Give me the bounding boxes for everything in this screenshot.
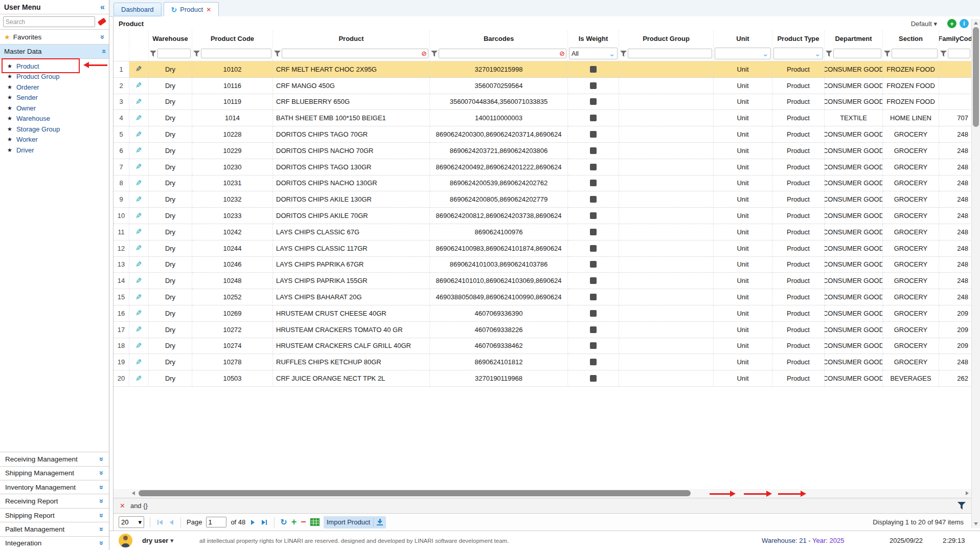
edit-pencil-icon[interactable]: ✎ <box>135 81 142 90</box>
edit-pencil-icon[interactable]: ✎ <box>135 341 142 350</box>
vertical-scrollbar-thumb[interactable] <box>973 27 979 127</box>
table-row[interactable]: 17✎Dry10272HRUSTEAM CRACKERS TOMATO 40 G… <box>113 322 972 338</box>
sidebar-section-pallet-management[interactable]: Pallet Management» <box>0 522 109 536</box>
scroll-right-icon[interactable] <box>966 491 969 495</box>
is-weight-checkbox[interactable] <box>590 229 597 235</box>
table-row[interactable]: 5✎Dry10228DORITOS CHIPS TAGO 70GR8690624… <box>113 126 972 143</box>
filter-funnel-icon[interactable] <box>150 51 156 57</box>
tab-product[interactable]: ↻ Product ✕ <box>164 2 219 17</box>
scroll-down-icon[interactable] <box>974 522 978 525</box>
is-weight-checkbox[interactable] <box>590 326 597 333</box>
sidebar-item-storage-group[interactable]: ★Storage Group <box>0 124 109 135</box>
table-row[interactable]: 19✎Dry10278RUFFLES CHIPS KETCHUP 80GR869… <box>113 354 972 370</box>
column-header-product[interactable]: Product <box>273 31 430 46</box>
table-row[interactable]: 11✎Dry10242LAYS CHIPS CLASSIC 67G8690624… <box>113 224 972 240</box>
is-weight-checkbox[interactable] <box>590 310 597 317</box>
sidebar-item-worker[interactable]: ★Worker <box>0 135 109 145</box>
column-header-barcodes[interactable]: Barcodes <box>430 31 568 46</box>
clear-condition-icon[interactable]: ✕ <box>120 502 125 510</box>
sidebar-section-shipping-management[interactable]: Shipping Management» <box>0 466 109 480</box>
is-weight-checkbox[interactable] <box>590 342 597 349</box>
table-row[interactable]: 16✎Dry10269HRUSTEAM CRUST CHEESE 40GR460… <box>113 305 972 322</box>
edit-pencil-icon[interactable]: ✎ <box>135 358 142 367</box>
edit-pencil-icon[interactable]: ✎ <box>135 309 142 318</box>
filter-panel-icon[interactable] <box>958 502 966 510</box>
filter-input[interactable] <box>282 49 428 58</box>
collapse-sidebar-icon[interactable]: « <box>100 3 105 12</box>
table-row[interactable]: 18✎Dry10274HRUSTEAM CRACKERS CALF GRILL … <box>113 338 972 355</box>
scroll-left-icon[interactable] <box>132 491 135 495</box>
table-row[interactable]: 14✎Dry10248LAYS CHIPS PAPRIKA 155GR86906… <box>113 273 972 289</box>
is-weight-checkbox[interactable] <box>590 294 597 300</box>
is-weight-checkbox[interactable] <box>590 147 597 154</box>
is-weight-checkbox[interactable] <box>590 196 597 203</box>
is-weight-checkbox[interactable] <box>590 359 597 365</box>
search-input[interactable] <box>3 16 95 27</box>
filter-funnel-icon[interactable] <box>620 51 627 57</box>
add-record-icon[interactable]: + <box>291 517 297 527</box>
import-product-button[interactable]: Import Product <box>324 516 386 529</box>
download-icon[interactable] <box>377 519 383 525</box>
is-weight-checkbox[interactable] <box>590 180 597 186</box>
table-row[interactable]: 10✎Dry10233DORITOS CHIPS AKILE 70GR86906… <box>113 208 972 224</box>
chevron-up-icon[interactable]: » <box>99 49 106 53</box>
filter-funnel-icon[interactable] <box>884 51 891 57</box>
is-weight-checkbox[interactable] <box>590 131 597 138</box>
edit-pencil-icon[interactable]: ✎ <box>135 227 142 236</box>
is-weight-checkbox[interactable] <box>590 115 597 121</box>
filter-funnel-icon[interactable] <box>274 51 281 57</box>
column-header-product-type[interactable]: Product Type <box>772 31 825 46</box>
horizontal-scrollbar[interactable] <box>113 489 972 498</box>
sidebar-item-driver[interactable]: ★Driver <box>0 145 109 156</box>
filter-funnel-icon[interactable] <box>940 51 947 57</box>
chevron-down-icon[interactable]: » <box>99 35 106 39</box>
is-weight-checkbox[interactable] <box>590 212 597 219</box>
is-weight-checkbox[interactable] <box>590 245 597 252</box>
edit-pencil-icon[interactable]: ✎ <box>135 244 142 253</box>
edit-pencil-icon[interactable]: ✎ <box>135 114 142 123</box>
refresh-grid-icon[interactable]: ↻ <box>280 517 287 527</box>
sidebar-section-shipping-report[interactable]: Shipping Report» <box>0 508 109 522</box>
filter-funnel-icon[interactable] <box>431 51 438 57</box>
sidebar-item-owner[interactable]: ★Owner <box>0 103 109 114</box>
table-row[interactable]: 1✎Dry10102CRF MELT HEART CHOC 2X95G32701… <box>113 61 972 78</box>
scroll-up-icon[interactable] <box>974 21 978 25</box>
tab-dashboard[interactable]: Dashboard <box>113 3 162 16</box>
column-header-is-weight[interactable]: Is Weight <box>568 31 619 46</box>
filter-input[interactable] <box>833 49 881 58</box>
is-weight-checkbox[interactable] <box>590 277 597 284</box>
edit-pencil-icon[interactable]: ✎ <box>135 195 142 204</box>
sidebar-item-product-group[interactable]: ★Product Group <box>0 72 109 82</box>
sidebar-item-master-data[interactable]: Master Data » <box>0 45 109 59</box>
filter-input[interactable] <box>628 49 712 58</box>
edit-pencil-icon[interactable]: ✎ <box>135 179 142 188</box>
sidebar-item-warehouse[interactable]: ★Warehouse <box>0 114 109 124</box>
last-page-button[interactable] <box>260 520 268 525</box>
filter-select[interactable]: ⌄ <box>715 48 771 59</box>
edit-pencil-icon[interactable]: ✎ <box>135 276 142 285</box>
filter-funnel-icon[interactable] <box>826 51 832 57</box>
column-header-product-group[interactable]: Product Group <box>619 31 714 46</box>
filter-input[interactable] <box>201 49 271 58</box>
table-row[interactable]: 4✎Dry1014BATH SHEET EMB 100*150 BEIGE114… <box>113 110 972 126</box>
edit-pencil-icon[interactable]: ✎ <box>135 374 142 383</box>
edit-pencil-icon[interactable]: ✎ <box>135 211 142 221</box>
user-menu-button[interactable]: dry user ▾ <box>142 537 173 544</box>
vertical-scrollbar[interactable] <box>971 19 980 528</box>
table-row[interactable]: 3✎Dry10119CRF BLUEBERRY 650G356007044836… <box>113 94 972 111</box>
page-input[interactable] <box>206 517 226 527</box>
is-weight-checkbox[interactable] <box>590 66 597 73</box>
column-header-warehouse[interactable]: Warehouse <box>149 31 192 46</box>
sidebar-section-receiving-report[interactable]: Receiving Report» <box>0 494 109 508</box>
is-weight-checkbox[interactable] <box>590 82 597 89</box>
table-row[interactable]: 8✎Dry10231DORITOS CHIPS NACHO 130GR86906… <box>113 175 972 192</box>
next-page-button[interactable] <box>249 520 256 525</box>
filter-select[interactable]: All⌄ <box>569 48 618 59</box>
sidebar-section-receiving-management[interactable]: Receiving Management» <box>0 452 109 466</box>
filter-input[interactable] <box>948 49 970 58</box>
is-weight-checkbox[interactable] <box>590 261 597 268</box>
table-row[interactable]: 20✎Dry10503CRF JUICE ORANGE NECT TPK 2L3… <box>113 370 972 387</box>
is-weight-checkbox[interactable] <box>590 98 597 105</box>
first-page-button[interactable] <box>156 520 164 525</box>
table-row[interactable]: 9✎Dry10232DORITOS CHIPS AKILE 130GR86906… <box>113 191 972 208</box>
